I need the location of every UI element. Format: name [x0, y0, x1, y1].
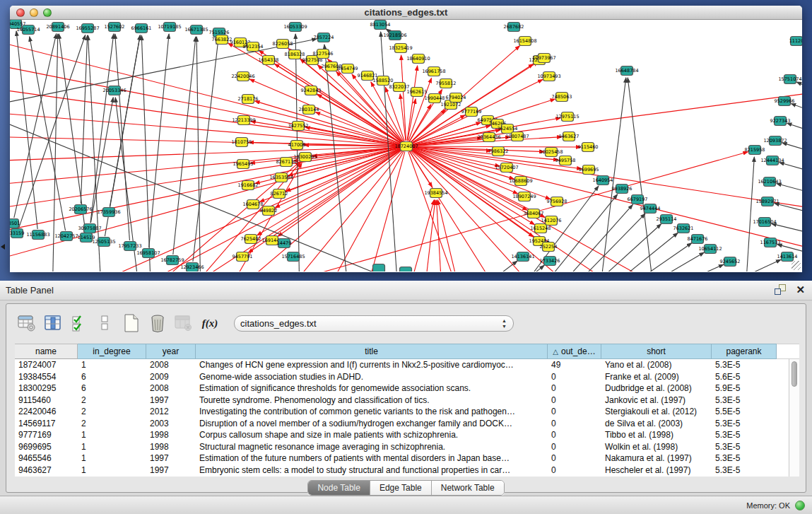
network-node[interactable]: 15720407 — [495, 163, 518, 173]
collapse-panel-arrow-icon[interactable] — [1, 244, 5, 250]
table-cell[interactable]: 5.9E-5 — [712, 382, 777, 395]
network-node[interactable]: 16648784 — [615, 66, 638, 76]
network-node[interactable]: 17359936 — [97, 208, 120, 217]
network-node[interactable]: 16961758 — [422, 67, 445, 76]
network-node[interactable]: 252254 — [540, 243, 558, 252]
table-cell[interactable]: 2008 — [146, 359, 196, 371]
table-cell[interactable]: Nakamura et al. (1997) — [601, 452, 712, 465]
table-cell[interactable]: 1 — [78, 359, 146, 371]
function-builder-icon[interactable]: f(x) — [199, 313, 220, 334]
create-table-icon[interactable] — [121, 313, 142, 334]
network-node[interactable]: 7955812 — [436, 79, 457, 88]
column-header-indegree[interactable]: in_degree — [78, 344, 146, 359]
network-node[interactable]: 9756928 — [547, 197, 567, 206]
window-resize-grip[interactable] — [792, 261, 801, 270]
network-node[interactable]: 8813054 — [370, 21, 391, 30]
column-header-outde[interactable]: △out_de… — [548, 344, 601, 359]
network-node[interactable]: 9938926 — [612, 185, 632, 194]
table-cell[interactable]: Disruption of a novel member of a sodium… — [196, 418, 548, 430]
table-cell[interactable]: 18724007 — [15, 359, 78, 371]
network-node[interactable] — [400, 267, 412, 272]
table-cell[interactable]: Jankovic et al. (1997) — [601, 395, 712, 407]
network-node[interactable]: 14479 — [277, 239, 292, 248]
network-node[interactable]: 19218506 — [383, 31, 406, 40]
table-cell[interactable]: 0 — [548, 418, 601, 430]
table-cell[interactable]: Estimation of the future numbers of pati… — [196, 452, 548, 465]
table-cell[interactable]: Embryonic stem cells: a model to study s… — [196, 465, 548, 477]
network-node[interactable]: 10719185 — [158, 23, 181, 32]
network-node[interactable]: 20206576 — [69, 205, 92, 214]
table-cell[interactable]: Dudbridge et al. (2008) — [601, 382, 712, 395]
table-cell[interactable]: Estimation of significance thresholds fo… — [196, 382, 548, 395]
import-table-icon[interactable] — [173, 313, 194, 334]
table-cell[interactable]: 1 — [78, 452, 146, 465]
table-cell[interactable]: 0 — [548, 452, 601, 465]
network-node[interactable]: 1733426 — [540, 257, 560, 266]
network-node[interactable]: 9777169 — [461, 107, 482, 117]
network-node[interactable]: 14136141 — [511, 252, 534, 262]
tab-network-table[interactable]: Network Table — [432, 481, 504, 495]
select-all-icon[interactable] — [69, 313, 90, 334]
column-header-name[interactable]: name — [15, 344, 78, 359]
network-node[interactable]: 12213399 — [232, 116, 255, 125]
network-node[interactable] — [373, 264, 385, 272]
table-row[interactable]: 1830029562008Estimation of significance … — [15, 382, 799, 395]
column-header-title[interactable]: title — [196, 344, 548, 359]
clear-selection-icon[interactable] — [95, 313, 116, 334]
table-cell[interactable]: 49 — [548, 359, 601, 371]
network-window[interactable]: citations_edges.txt 19405571405571420891… — [10, 6, 802, 272]
table-cell[interactable]: 5.3E-5 — [712, 395, 777, 407]
table-cell[interactable]: de Silva et al. (2003) — [601, 418, 712, 430]
network-node[interactable]: 7857224 — [314, 33, 334, 42]
network-node[interactable]: 10654112 — [698, 245, 722, 254]
column-header-year[interactable]: year — [146, 344, 196, 359]
network-node[interactable]: 9495758 — [555, 156, 576, 165]
column-header-short[interactable]: short — [601, 344, 712, 359]
table-cell[interactable]: 2012 — [146, 406, 196, 418]
table-scrollbar[interactable] — [789, 359, 799, 477]
table-cell[interactable]: 2003 — [146, 418, 196, 430]
table-cell[interactable]: 5.5E-5 — [712, 406, 777, 418]
table-cell[interactable]: 1997 — [146, 395, 196, 407]
network-node[interactable]: 16353594 — [269, 173, 293, 182]
table-cell[interactable]: 0 — [548, 395, 601, 407]
table-cell[interactable]: 2009 — [146, 371, 196, 383]
network-node[interactable]: 12923466 — [180, 263, 204, 272]
table-cell[interactable]: 18300295 — [15, 382, 78, 395]
table-cell[interactable]: Genome-wide association studies in ADHD. — [196, 371, 548, 383]
table-cell[interactable]: 1 — [78, 441, 146, 453]
table-cell[interactable]: 22420046 — [15, 406, 78, 418]
network-node[interactable]: 9457791 — [233, 252, 253, 262]
tab-node-table[interactable]: Node Table — [308, 481, 370, 495]
network-graph[interactable]: 1940557140557142089140616955287152760269… — [10, 20, 802, 271]
table-cell[interactable]: Franke et al. (2009) — [601, 371, 712, 383]
network-node[interactable]: 8454749 — [338, 64, 358, 74]
network-node[interactable]: 2803144 — [299, 105, 319, 115]
network-node[interactable]: 10807487 — [505, 132, 529, 141]
table-row[interactable]: 969969511998Structural magnetic resonanc… — [15, 441, 799, 453]
float-panel-icon[interactable] — [775, 284, 786, 295]
table-cell[interactable]: 1998 — [146, 441, 196, 453]
network-node[interactable]: 1640954 — [593, 176, 613, 185]
network-node[interactable]: 8471676 — [688, 235, 708, 244]
network-node[interactable]: 7663822 — [212, 35, 233, 45]
network-node[interactable]: 10973493 — [537, 72, 560, 81]
table-cell[interactable]: 9463627 — [15, 465, 78, 477]
network-node[interactable]: 18640910 — [406, 54, 430, 64]
table-mode-icon[interactable] — [16, 313, 37, 334]
network-node[interactable]: 1654338 — [259, 56, 279, 65]
table-cell[interactable]: 1 — [78, 465, 146, 477]
table-row[interactable]: 911546021997Tourette syndrome. Phenomeno… — [15, 395, 799, 407]
network-node[interactable]: 17957233 — [118, 242, 141, 251]
network-node[interactable]: 12505135 — [92, 238, 115, 247]
table-cell[interactable]: Stergiakouli et al. (2012) — [601, 406, 712, 418]
network-view[interactable]: 1940557140557142089140616955287152760269… — [10, 20, 802, 271]
network-node[interactable]: 16671385 — [184, 25, 208, 35]
scrollbar-thumb[interactable] — [792, 361, 797, 387]
table-row[interactable]: 1938455462009Genome-wide association stu… — [15, 371, 799, 383]
table-cell[interactable]: 0 — [548, 406, 601, 418]
network-node[interactable]: 12975115 — [555, 112, 579, 122]
table-cell[interactable]: Wolkin et al. (1998) — [601, 441, 712, 453]
table-cell[interactable]: 9465546 — [15, 452, 78, 465]
network-node[interactable]: 1527602 — [105, 23, 125, 32]
